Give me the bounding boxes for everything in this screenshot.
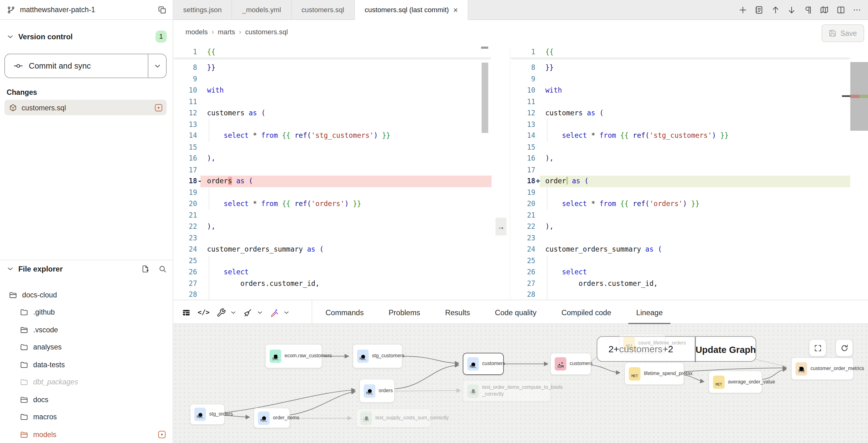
notebook-icon[interactable]	[754, 6, 763, 14]
tab-customers-sql[interactable]: customers.sql	[291, 0, 355, 20]
code-text: orders as (	[207, 176, 253, 187]
code-text: }}	[545, 62, 554, 73]
apply-change-arrow-button[interactable]: →	[495, 217, 506, 235]
code-icon[interactable]: </>	[197, 308, 210, 317]
wrench-icon[interactable]	[216, 308, 225, 317]
sidebar-item-data-tests[interactable]: data-tests	[0, 357, 173, 372]
bottom-panel-bar: </> CommandsProblemsResultsCode qualityC…	[173, 300, 868, 324]
model-cube-icon	[9, 103, 17, 112]
node-label: test_order_items_compute_to_bools_correc…	[482, 385, 563, 397]
new-file-icon[interactable]	[141, 264, 150, 273]
tab-label: customers.sql (last commit)	[365, 6, 448, 14]
lineage-node-lifetime-spend-pretax[interactable]: METlifetime_spend_pretax	[624, 362, 684, 385]
lineage-node-count-lifetime-orders[interactable]: METcount_lifetime_orders	[619, 333, 665, 354]
breadcrumb-separator: ›	[212, 28, 214, 36]
pilcrow-icon[interactable]	[804, 6, 812, 14]
lineage-node-stg-customers[interactable]: MDLstg_customers	[353, 344, 403, 368]
lineage-node-customers-model[interactable]: MDLcustomers	[463, 353, 503, 375]
arrow-up-icon[interactable]	[771, 6, 779, 14]
sidebar-item-docs[interactable]: docs	[0, 391, 173, 407]
sidebar-item-.vscode[interactable]: .vscode	[0, 322, 173, 337]
code-line: 27 orders.customer_id,	[173, 278, 492, 289]
version-control-header[interactable]: Version control 1	[0, 29, 173, 44]
more-icon[interactable]	[852, 6, 861, 14]
lineage-node-stg-orders[interactable]: MDLstg_orders	[190, 404, 225, 425]
save-label: Save	[840, 29, 857, 37]
bottom-tab-problems[interactable]: Problems	[389, 300, 420, 325]
breadcrumb-file[interactable]: customers.sql	[245, 28, 288, 36]
lineage-node-customer-order-metrics[interactable]: SVQcustomer_order_metrics	[791, 357, 854, 380]
lineage-node-customers-semantic[interactable]: SEMcustomers	[550, 353, 591, 375]
breadcrumb-models[interactable]: models	[185, 28, 208, 36]
lineage-node-ecom-raw-customers[interactable]: SRCecom.raw_customers	[265, 344, 322, 368]
save-button[interactable]: Save	[822, 24, 864, 42]
sidebar-item-docs-cloud[interactable]: docs-cloud	[0, 287, 173, 302]
chevron-down-icon[interactable]	[6, 265, 14, 272]
table-icon[interactable]	[182, 308, 191, 317]
code-line: 15	[173, 142, 492, 153]
line-number: 17	[510, 164, 535, 176]
minimap-position-mark	[842, 95, 850, 97]
fullscreen-button[interactable]	[809, 339, 827, 357]
plus-icon[interactable]	[738, 6, 747, 14]
commit-options-dropdown[interactable]	[148, 54, 166, 78]
folder-name: models	[33, 430, 154, 439]
tab-settings-json[interactable]: settings.json	[173, 0, 232, 20]
line-number: 28	[173, 289, 197, 300]
left-pane-scrollbar[interactable]	[482, 63, 488, 133]
code-text: ),	[545, 153, 554, 164]
lineage-node-average-order-value[interactable]: METaverage_order_value	[709, 371, 762, 393]
lineage-canvas[interactable]: SRCecom.raw_customersMDLstg_customersMDL…	[173, 324, 868, 443]
refresh-graph-button[interactable]	[835, 339, 853, 357]
changed-file-row[interactable]: customers.sql	[4, 100, 167, 115]
magic-icon[interactable]	[270, 308, 279, 317]
folder-open-icon	[20, 395, 28, 404]
code-line: 19	[173, 187, 492, 198]
sidebar-item-.github[interactable]: .github	[0, 304, 173, 320]
commit-and-sync-main[interactable]: Commit and sync	[5, 54, 148, 78]
bottom-tab-compiled-code[interactable]: Compiled code	[561, 300, 611, 325]
sidebar-item-macros[interactable]: macros	[0, 409, 173, 424]
code-line: 19	[510, 187, 850, 198]
lineage-node-order-items[interactable]: MDLorder_items	[254, 408, 290, 429]
folder-name: docs-cloud	[22, 291, 165, 299]
branch-header: matthewshaver-patch-1	[0, 0, 173, 20]
arrow-down-icon[interactable]	[787, 6, 796, 14]
commit-and-sync-button[interactable]: Commit and sync	[4, 54, 167, 78]
lineage-node-test-order-items[interactable]: TSTtest_order_items_compute_to_bools_cor…	[463, 380, 551, 402]
close-icon[interactable]: ×	[453, 6, 458, 14]
code-line: 28	[510, 289, 850, 300]
chevron-down-icon[interactable]	[230, 309, 237, 316]
search-icon[interactable]	[158, 264, 167, 273]
line-number: 19	[510, 187, 535, 198]
diff-pane-original[interactable]: 1{{8}}910with1112customers as (1314 sele…	[173, 47, 492, 300]
bottom-tab-results[interactable]: Results	[445, 300, 470, 325]
branch-name: matthewshaver-patch-1	[20, 6, 153, 14]
lineage-node-test-supply-costs[interactable]: TSTtest_supply_costs_sum_correctly	[356, 408, 431, 427]
diff-pane-modified[interactable]: 1{{8}}910with1112customers as (1314 sele…	[510, 47, 850, 300]
broom-icon[interactable]	[243, 308, 252, 317]
chevron-down-icon[interactable]	[6, 33, 14, 40]
chevron-down-icon[interactable]	[283, 309, 289, 316]
tab--models-yml[interactable]: _models.yml	[232, 0, 291, 20]
sidebar-item-models[interactable]: models	[0, 426, 173, 442]
bottom-tab-code-quality[interactable]: Code quality	[495, 300, 536, 325]
bottom-tab-commands[interactable]: Commands	[326, 300, 364, 325]
code-line: 24customer_orders_summary as (	[510, 244, 850, 255]
tab-customers-sql-last-commit-[interactable]: customers.sql (last commit)×	[355, 0, 469, 20]
update-graph-button[interactable]: Update Graph	[695, 337, 757, 362]
chevron-down-icon[interactable]	[257, 309, 263, 316]
save-floppy-icon	[829, 29, 837, 37]
line-number: 11	[173, 96, 197, 107]
bottom-tab-lineage[interactable]: Lineage	[636, 300, 663, 325]
copy-icon[interactable]	[158, 5, 166, 14]
code-text: select * from {{ ref('stg_customers') }}	[545, 130, 728, 142]
lineage-node-orders[interactable]: MDLorders	[359, 379, 395, 403]
code-line: 16),	[510, 153, 850, 164]
split-editor-icon[interactable]	[836, 6, 845, 14]
map-icon[interactable]	[820, 6, 829, 14]
breadcrumb-marts[interactable]: marts	[218, 28, 235, 36]
sidebar-item-dbt_packages[interactable]: dbt_packages	[0, 374, 173, 390]
line-number: 27	[173, 278, 197, 289]
sidebar-item-analyses[interactable]: analyses	[0, 339, 173, 355]
